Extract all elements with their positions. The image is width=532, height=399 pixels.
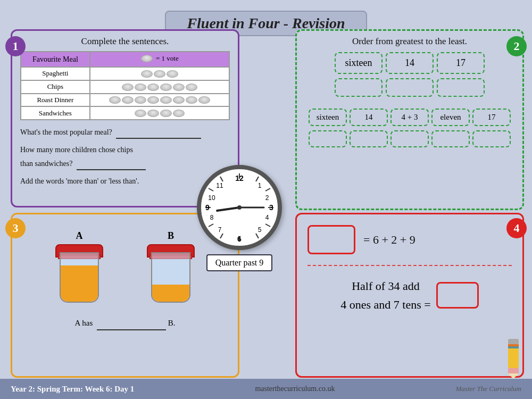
svg-rect-28 xyxy=(508,368,519,373)
s3-q-text2: B. xyxy=(168,319,176,327)
svg-line-11 xyxy=(220,177,223,181)
section4-bottom: Half of 34 add4 ones and 7 tens = xyxy=(307,277,512,314)
vote-chip-icon xyxy=(147,110,159,117)
section4-number: 4 xyxy=(506,218,527,238)
vote-label: = 1 vote xyxy=(156,54,179,63)
vote-chip-icon xyxy=(160,96,172,104)
order-card2: sixteen xyxy=(309,109,347,126)
vote-chip-icon xyxy=(109,96,121,104)
svg-text:2: 2 xyxy=(265,194,269,202)
q1-answer-line xyxy=(116,138,201,139)
order-card: 14 xyxy=(386,52,434,74)
jar-a-label: A xyxy=(76,230,83,242)
vote-chip-icon xyxy=(186,84,197,91)
vote-chip-icon xyxy=(147,84,159,91)
order-card2: 14 xyxy=(350,109,388,126)
svg-rect-32 xyxy=(508,346,519,348)
section2-container: Order from greatest to the least. sixtee… xyxy=(295,29,524,210)
jar-b-label: B xyxy=(168,230,174,242)
jar-a-liquid xyxy=(61,265,98,302)
section1-instruction: Complete the sentences. xyxy=(20,36,230,47)
s4-divider xyxy=(307,265,512,266)
s3-answer-line xyxy=(97,329,166,330)
footer-center: masterthecurriculum.co.uk xyxy=(255,385,335,393)
s4-question-text: Half of 34 add4 ones and 7 tens = xyxy=(340,277,430,314)
favourite-meal-table: Favourite Meal = 1 vote SpaghettiChipsRo… xyxy=(20,51,230,120)
table-cell-votes xyxy=(90,106,229,120)
order-answer-box2[interactable] xyxy=(390,130,429,147)
svg-text:7: 7 xyxy=(218,226,222,234)
svg-line-4 xyxy=(256,177,259,181)
s4-answer-box[interactable] xyxy=(436,282,479,309)
svg-line-25 xyxy=(217,207,239,211)
svg-line-9 xyxy=(209,224,213,227)
svg-line-10 xyxy=(209,188,213,191)
clock-label: Quarter past 9 xyxy=(206,254,273,271)
svg-text:3: 3 xyxy=(269,203,273,212)
vote-chip-icon xyxy=(154,70,165,78)
jar-a-container: A xyxy=(55,230,103,303)
jar-b-body xyxy=(151,252,190,303)
clock-section: 12 6 9 3 1 2 4 5 7 8 10 11 Quarter past … xyxy=(186,165,293,271)
footer-left: Year 2: Spring Term: Week 6: Day 1 xyxy=(11,385,134,394)
svg-text:4: 4 xyxy=(265,214,269,221)
vote-chip-icon xyxy=(147,96,159,104)
footer: Year 2: Spring Term: Week 6: Day 1 maste… xyxy=(0,379,532,399)
section2-row1: sixteen 14 17 xyxy=(305,52,514,97)
vote-chip-icon xyxy=(122,84,134,91)
order-answer-box2[interactable] xyxy=(350,130,388,147)
vote-chip-icon xyxy=(135,96,146,104)
table-cell-votes xyxy=(90,67,229,80)
svg-rect-31 xyxy=(508,344,519,346)
svg-line-5 xyxy=(265,188,270,191)
section4-top: = 6 + 2 + 9 xyxy=(307,225,512,254)
vote-chip-icon xyxy=(186,96,197,104)
q1-text: What's the most popular meal? xyxy=(20,128,112,136)
jar-a xyxy=(55,244,103,303)
order-answer-box2[interactable] xyxy=(472,130,511,147)
svg-rect-30 xyxy=(508,339,519,344)
svg-text:6: 6 xyxy=(237,235,242,243)
svg-marker-29 xyxy=(508,373,519,379)
svg-text:5: 5 xyxy=(258,226,262,234)
table-cell-votes xyxy=(90,94,229,107)
q3-text: Add the words 'more than' or 'less than'… xyxy=(20,177,139,185)
order-answer-box[interactable] xyxy=(437,78,485,97)
svg-text:11: 11 xyxy=(216,182,223,189)
vote-chip-icon xyxy=(160,110,172,117)
vote-chip-icon xyxy=(122,96,134,104)
order-answer-box[interactable] xyxy=(386,78,434,97)
vote-chip-icon xyxy=(198,96,210,104)
section3-number: 3 xyxy=(5,218,26,238)
section4-container: = 6 + 2 + 9 Half of 34 add4 ones and 7 t… xyxy=(295,213,524,378)
svg-text:12: 12 xyxy=(235,174,244,182)
pencil-icon xyxy=(503,336,524,379)
s3-q-text: A has xyxy=(74,319,95,327)
order-card: sixteen xyxy=(335,52,383,74)
s4-equation: = 6 + 2 + 9 xyxy=(363,233,415,247)
table-header-meal: Favourite Meal xyxy=(21,52,90,67)
svg-line-7 xyxy=(256,234,259,238)
vote-chip-icon xyxy=(135,110,146,117)
clock-svg: 12 6 9 3 1 2 4 5 7 8 10 11 xyxy=(201,169,278,246)
order-card2: 4 + 3 xyxy=(390,109,429,126)
svg-line-6 xyxy=(265,224,270,227)
order-card2: 17 xyxy=(472,109,511,126)
footer-right: Master The Curriculum xyxy=(456,385,522,393)
order-card2: eleven xyxy=(431,109,470,126)
svg-text:8: 8 xyxy=(210,214,214,221)
clock-face: 12 6 9 3 1 2 4 5 7 8 10 11 xyxy=(197,165,282,250)
order-answer-box[interactable] xyxy=(335,78,383,97)
order-answer-box2[interactable] xyxy=(309,130,347,147)
table-cell-votes xyxy=(90,80,229,94)
section2-instruction: Order from greatest to the least. xyxy=(305,36,514,47)
vote-chip-icon xyxy=(173,110,185,117)
order-answer-box2[interactable] xyxy=(431,130,470,147)
s4-input-box[interactable] xyxy=(307,225,355,254)
vote-chip-icon xyxy=(167,70,178,78)
svg-point-26 xyxy=(237,205,242,210)
table-header-vote: = 1 vote xyxy=(90,52,229,67)
vote-icon xyxy=(141,55,153,62)
table-cell-meal: Roast Dinner xyxy=(21,94,90,107)
section3-question: A has B. xyxy=(23,316,227,330)
